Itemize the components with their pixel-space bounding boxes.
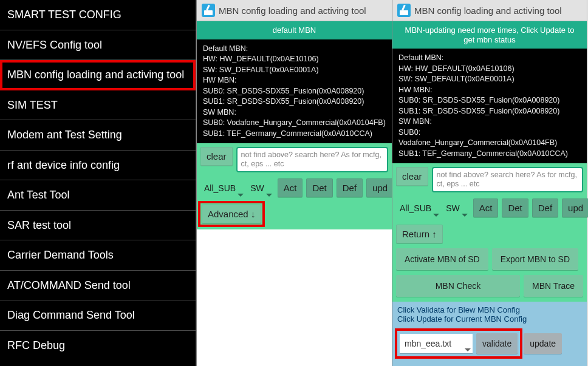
titlebar: MBN config loading and activing tool: [197, 0, 392, 21]
menu-item-diag-command[interactable]: Diag Command Send Tool: [0, 300, 196, 331]
tabs-row: All_SUB SW Act Det Def upd: [392, 196, 587, 222]
app-icon: [202, 4, 215, 17]
banner-default-mbn: default MBN: [197, 21, 392, 39]
hint-line: Click Update for Current MBN Config: [397, 314, 582, 324]
act-button[interactable]: Act: [278, 178, 303, 197]
mbn-line: SUB0: SR_DSDS-SDX55_Fusion(0x0A008920): [203, 86, 386, 97]
mbn-file-select[interactable]: mbn_eea.txt: [400, 334, 473, 353]
clear-button[interactable]: clear: [396, 167, 428, 186]
tab-sw[interactable]: SW: [442, 200, 463, 216]
menu-item-carrier-demand[interactable]: Carrier Demand Tools: [0, 240, 196, 271]
config-size-row: Config List Max Size 128 validate update: [392, 362, 587, 366]
advanced-row: Advanced ↓: [197, 202, 392, 229]
validate-file-row: mbn_eea.txt validate update: [392, 327, 587, 362]
mbn-line: SW MBN:: [203, 107, 386, 118]
sd-row: Activate MBN of SD Export MBN to SD: [392, 246, 587, 273]
app-title: MBN config loading and activing tool: [414, 5, 562, 16]
menu-item-rfc-debug[interactable]: RFC Debug: [0, 331, 196, 361]
mbn-line: SUB1: SR_DSDS-SDX55_Fusion(0x0A008920): [203, 97, 386, 107]
menu-item-nvefs[interactable]: NV/EFS Config tool: [0, 30, 196, 61]
menu-item-mbn-config[interactable]: MBN config loading and activing tool: [0, 60, 196, 90]
mbn-info-block: Default MBN: HW: HW_DEFAULT(0x0AE10106) …: [392, 49, 587, 163]
mbn-tool-screen-advanced: MBN config loading and activing tool MBN…: [392, 0, 587, 366]
mbn-line: HW: HW_DEFAULT(0x0AE10106): [398, 64, 581, 75]
mbn-line: SW MBN:: [398, 117, 581, 127]
mbn-line: SUB0: SR_DSDS-SDX55_Fusion(0x0A008920): [398, 95, 581, 106]
tab-all-sub[interactable]: All_SUB: [396, 200, 435, 216]
mbn-line: HW MBN:: [398, 85, 581, 96]
det-button[interactable]: Det: [502, 198, 528, 217]
mbn-line: SUB1: SR_DSDS-SDX55_Fusion(0x0A008920): [398, 106, 581, 117]
mbn-line: Default MBN:: [398, 53, 581, 64]
mbn-trace-button[interactable]: MBN Trace: [524, 275, 583, 297]
clear-search-row: clear not find above? search here? As fo…: [392, 163, 587, 196]
menu-item-sim-test[interactable]: SIM TEST: [0, 90, 196, 121]
titlebar: MBN config loading and activing tool: [392, 0, 587, 21]
mbn-tool-screen-default: MBN config loading and activing tool def…: [196, 0, 392, 366]
mbn-line: SW: SW_DEFAULT(0x0AE0001A): [398, 74, 581, 85]
update-file-button[interactable]: update: [524, 333, 562, 354]
advanced-highlight: Advanced ↓: [200, 203, 262, 225]
det-button[interactable]: Det: [306, 178, 332, 197]
search-input[interactable]: not find above? search here? As for mcfg…: [432, 167, 583, 192]
menu-item-at-command[interactable]: AT/COMMAND Send tool: [0, 271, 196, 301]
validate-hints: Click Validata for Blew MBN Config Click…: [392, 302, 587, 327]
mbn-line: HW: HW_DEFAULT(0x0AE10106): [203, 54, 386, 65]
mbn-line: SUB1: TEF_Germany_Commercial(0x0A010CCA): [203, 129, 386, 140]
menu-item-smart-test[interactable]: SMART TEST CONFIG: [0, 0, 196, 30]
hint-line: Click Validata for Blew MBN Config: [397, 305, 582, 314]
tab-all-sub[interactable]: All_SUB: [200, 180, 239, 196]
tab-sw[interactable]: SW: [247, 180, 268, 196]
menu-item-ant-test[interactable]: Ant Test Tool: [0, 180, 196, 211]
validate-file-button[interactable]: validate: [476, 333, 518, 354]
mbn-check-button[interactable]: MBN Check: [396, 275, 520, 297]
activate-mbn-sd-button[interactable]: Activate MBN of SD: [396, 248, 488, 270]
return-button[interactable]: Return ↑: [396, 225, 443, 243]
validate-highlight: mbn_eea.txt validate: [397, 331, 520, 356]
upd-button[interactable]: upd: [562, 198, 588, 217]
menu-item-rf-ant[interactable]: rf ant device info config: [0, 151, 196, 181]
mbn-line: Default MBN:: [203, 44, 386, 55]
clear-search-row: clear not find above? search here? As fo…: [197, 143, 392, 176]
clear-button[interactable]: clear: [200, 147, 233, 166]
app-title: MBN config loading and activing tool: [219, 5, 366, 16]
mbn-line: SUB0: Vodafone_Hungary_Commercial(0x0A01…: [398, 127, 581, 149]
mbn-line: HW MBN:: [203, 75, 386, 86]
banner-updating: MBN-updating need more times, Click Upda…: [392, 21, 587, 49]
mbn-line: SUB1: TEF_Germany_Commercial(0x0A010CCA): [398, 149, 581, 160]
return-row: Return ↑: [392, 222, 587, 246]
mbn-info-block: Default MBN: HW: HW_DEFAULT(0x0AE10106) …: [197, 39, 392, 144]
mbn-line: SUB0: Vodafone_Hungary_Commercial(0x0A01…: [203, 118, 386, 129]
blank-area: [197, 229, 392, 366]
upd-button[interactable]: upd: [366, 178, 394, 197]
advanced-button[interactable]: Advanced ↓: [202, 205, 261, 223]
def-button[interactable]: Def: [337, 178, 363, 197]
settings-menu: SMART TEST CONFIG NV/EFS Config tool MBN…: [0, 0, 196, 366]
menu-item-sar-test[interactable]: SAR test tool: [0, 211, 196, 241]
def-button[interactable]: Def: [532, 198, 558, 217]
tabs-row: All_SUB SW Act Det Def upd: [197, 176, 392, 202]
act-button[interactable]: Act: [473, 198, 499, 217]
export-mbn-sd-button[interactable]: Export MBN to SD: [492, 248, 578, 270]
check-trace-row: MBN Check MBN Trace: [392, 273, 587, 302]
menu-item-modem-ant[interactable]: Modem ant Test Setting: [0, 120, 196, 151]
mbn-line: SW: SW_DEFAULT(0x0AE0001A): [203, 65, 386, 76]
app-icon: [397, 4, 411, 17]
search-input[interactable]: not find above? search here? As for mcfg…: [236, 147, 388, 172]
